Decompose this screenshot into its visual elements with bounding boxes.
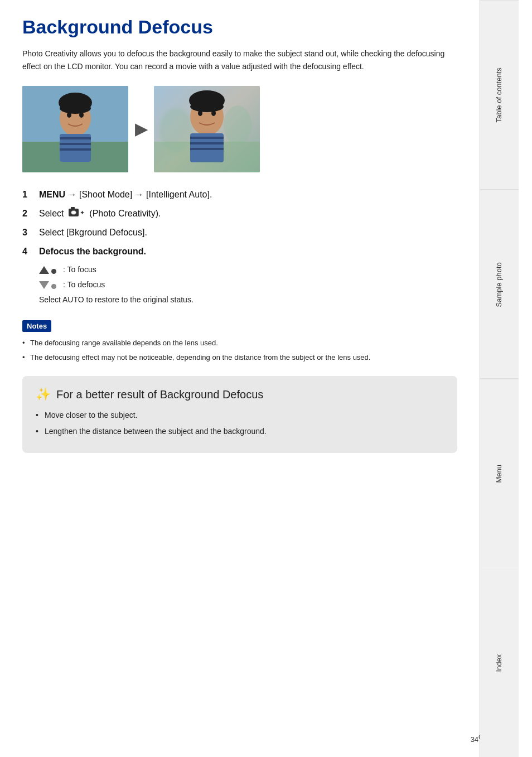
sub-step-defocus: : To defocus	[39, 279, 457, 291]
images-row: ▶	[22, 86, 457, 172]
sidebar: Table of contents Sample photo Menu Inde…	[480, 0, 519, 757]
tip-title: ✨ For a better result of Background Defo…	[36, 387, 444, 402]
tip-box: ✨ For a better result of Background Defo…	[22, 376, 457, 453]
tip-item-1: Move closer to the subject.	[36, 409, 444, 421]
steps-list: 1 MENU → [Shoot Mode] → [Intelligent Aut…	[22, 188, 457, 309]
svg-rect-17	[190, 137, 224, 139]
step-1: 1 MENU → [Shoot Mode] → [Intelligent Aut…	[22, 188, 457, 201]
photo-after	[154, 86, 260, 172]
sub-steps: : To focus : To defocus Select AUTO to r…	[39, 264, 457, 306]
step-num-1: 1	[22, 188, 36, 201]
note-2: The defocusing effect may not be noticea…	[22, 352, 457, 363]
step-3: 3 Select [Bkground Defocus].	[22, 226, 457, 239]
sidebar-tab-index-label: Index	[494, 654, 504, 672]
page-wrapper: Background Defocus Photo Creativity allo…	[0, 0, 532, 757]
svg-rect-18	[190, 142, 224, 144]
page-title: Background Defocus	[22, 17, 457, 37]
auto-restore-text: Select AUTO to restore to the original s…	[39, 294, 194, 306]
photo-before	[22, 86, 128, 172]
step-num-4: 4	[22, 245, 36, 258]
sidebar-tab-toc-label: Table of contents	[494, 67, 504, 122]
step-content-2: Select ✦ (Photo Creativity).	[39, 207, 457, 220]
notes-section: Notes The defocusing range available dep…	[22, 320, 457, 363]
svg-point-13	[159, 108, 193, 153]
svg-rect-19	[190, 148, 224, 150]
svg-point-14	[224, 105, 252, 144]
sidebar-tab-toc[interactable]: Table of contents	[480, 0, 519, 190]
svg-rect-6	[60, 148, 91, 151]
svg-rect-5	[60, 143, 91, 145]
defocus-label: : To defocus	[63, 279, 105, 291]
tip-icon: ✨	[36, 387, 51, 402]
step-2: 2 Select ✦ (Photo Creativity).	[22, 207, 457, 220]
tip-items: Move closer to the subject. Lengthen the…	[36, 409, 444, 437]
sidebar-tab-menu-label: Menu	[494, 465, 504, 483]
sidebar-tab-sample-label: Sample photo	[494, 262, 504, 307]
arrow-icon: ▶	[135, 120, 147, 138]
notes-label: Notes	[22, 320, 51, 332]
main-content: Background Defocus Photo Creativity allo…	[0, 0, 480, 757]
sub-step-auto: Select AUTO to restore to the original s…	[39, 294, 457, 306]
step-4: 4 Defocus the background. : To focus	[22, 245, 457, 309]
sidebar-tab-menu[interactable]: Menu	[480, 379, 519, 568]
sidebar-tab-index[interactable]: Index	[480, 568, 519, 758]
notes-items: The defocusing range available depends o…	[22, 337, 457, 363]
step-content-4: Defocus the background. : To focus	[39, 245, 457, 309]
step-num-2: 2	[22, 207, 36, 220]
sidebar-tab-sample[interactable]: Sample photo	[480, 190, 519, 379]
focus-down-icon	[39, 281, 56, 289]
svg-point-23	[190, 101, 224, 112]
focus-up-icon	[39, 266, 56, 274]
page-num-text: 34	[471, 735, 478, 744]
sub-step-focus: : To focus	[39, 264, 457, 276]
tip-item-2: Lengthen the distance between the subjec…	[36, 426, 444, 437]
focus-label: : To focus	[63, 264, 96, 276]
tip-title-text: For a better result of Background Defocu…	[56, 388, 263, 401]
svg-point-10	[60, 103, 91, 114]
step-num-3: 3	[22, 226, 36, 239]
svg-rect-4	[60, 137, 91, 139]
step-content-1: MENU → [Shoot Mode] → [Intelligent Auto]…	[39, 188, 457, 201]
intro-text: Photo Creativity allows you to defocus t…	[22, 47, 457, 73]
note-1: The defocusing range available depends o…	[22, 337, 457, 349]
step-content-3: Select [Bkground Defocus].	[39, 226, 457, 239]
